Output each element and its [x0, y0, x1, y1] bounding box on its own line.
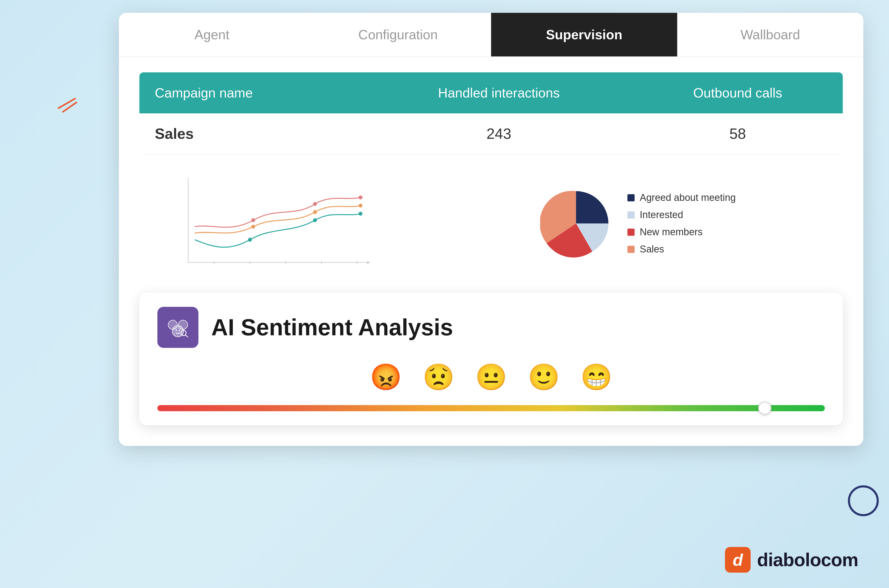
line-chart-svg	[139, 175, 412, 272]
sentiment-header: AI Sentiment Analysis	[157, 307, 825, 348]
legend-label-interested: Interested	[640, 209, 683, 220]
sentiment-slider-track[interactable]	[157, 405, 825, 411]
campaigns-table: Campaign name Handled interactions Outbo…	[139, 72, 843, 154]
diabolocom-logo-text: diabolocom	[757, 549, 858, 570]
legend-label-agreed: Agreed about meeting	[640, 192, 736, 203]
main-ui-card: Agent Configuration Supervision Wallboar…	[119, 13, 863, 446]
diabolocom-logo-icon: d	[725, 547, 751, 573]
svg-point-20	[176, 330, 177, 331]
col-handled-interactions: Handled interactions	[365, 72, 633, 113]
svg-point-14	[251, 225, 255, 229]
pie-legend: Agreed about meeting Interested New memb…	[627, 192, 736, 255]
cell-handled: 243	[365, 113, 633, 154]
sentiment-icon-box	[157, 307, 199, 348]
diabolocom-logo: d diabolocom	[725, 547, 858, 573]
emoji-very-happy: 😁	[581, 362, 612, 392]
legend-color-interested	[627, 212, 635, 219]
pie-chart-svg	[540, 188, 612, 260]
tab-wallboard[interactable]: Wallboard	[677, 13, 863, 57]
legend-label-new-members: New members	[640, 226, 702, 237]
svg-point-13	[359, 195, 363, 200]
emoji-neutral: 😐	[475, 362, 507, 392]
tab-agent[interactable]: Agent	[119, 13, 305, 57]
cell-campaign: Sales	[139, 113, 365, 154]
tab-configuration[interactable]: Configuration	[305, 13, 491, 57]
svg-point-11	[251, 218, 255, 222]
cell-outbound: 58	[633, 113, 843, 154]
table-row: Sales 243 58	[139, 113, 843, 154]
sentiment-slider-thumb[interactable]	[758, 402, 772, 415]
svg-point-9	[313, 218, 317, 222]
svg-point-8	[248, 238, 252, 242]
legend-item-agreed: Agreed about meeting	[627, 192, 736, 203]
svg-marker-2	[367, 261, 370, 264]
emoji-angry: 😡	[370, 362, 402, 392]
legend-item-interested: Interested	[627, 209, 736, 220]
legend-label-sales: Sales	[640, 244, 664, 255]
svg-point-10	[359, 212, 363, 216]
spark-line-2	[62, 101, 78, 113]
svg-point-12	[313, 202, 317, 206]
legend-color-sales	[627, 246, 635, 253]
table-header-row: Campaign name Handled interactions Outbo…	[139, 72, 843, 113]
legend-color-new-members	[627, 229, 635, 236]
pie-chart-container: Agreed about meeting Interested New memb…	[433, 188, 843, 260]
svg-point-15	[313, 210, 317, 214]
circle-button[interactable]	[848, 485, 879, 516]
svg-point-21	[179, 330, 180, 331]
charts-row: Agreed about meeting Interested New memb…	[119, 165, 863, 288]
nav-tabs: Agent Configuration Supervision Wallboar…	[119, 13, 863, 57]
svg-line-23	[185, 335, 188, 337]
svg-point-16	[359, 204, 363, 207]
sentiment-card: AI Sentiment Analysis 😡 😟 😐 🙂 😁	[139, 293, 843, 425]
emoji-row: 😡 😟 😐 🙂 😁	[157, 362, 825, 392]
emoji-happy: 🙂	[528, 362, 560, 392]
col-campaign-name: Campaign name	[139, 72, 365, 113]
sentiment-title: AI Sentiment Analysis	[211, 314, 453, 341]
sentiment-faces-icon	[165, 315, 191, 340]
line-chart	[139, 175, 412, 272]
emoji-sad: 😟	[423, 362, 455, 392]
legend-item-sales: Sales	[627, 244, 736, 255]
legend-item-new-members: New members	[627, 226, 736, 237]
tab-supervision[interactable]: Supervision	[491, 13, 677, 57]
spark-decoration	[56, 103, 77, 116]
legend-color-agreed	[627, 194, 635, 201]
col-outbound-calls: Outbound calls	[633, 72, 843, 113]
table-section: Campaign name Handled interactions Outbo…	[119, 57, 863, 165]
